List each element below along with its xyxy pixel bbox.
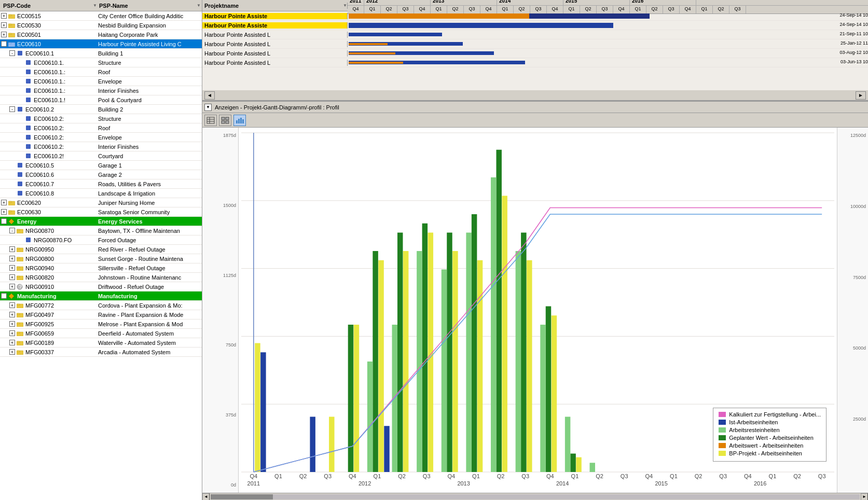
scroll-thumb-bottom [211, 494, 273, 499]
tree-row[interactable]: EC00610.1.!Pool & Courtyard [0, 95, 202, 105]
tree-row[interactable]: -EC00610Harbour Pointe Assisted Living C [0, 39, 202, 49]
chart-view-btn-2[interactable] [219, 115, 231, 126]
tree-row[interactable]: EC00610.1.:Envelope [0, 77, 202, 86]
tree-row[interactable]: +EC00620Juniper Nursing Home [0, 198, 202, 207]
tree-row[interactable]: +EC00530Nesbid Building Expansion [0, 21, 202, 30]
svg-rect-5 [8, 33, 11, 35]
tree-row[interactable]: +MFG00659Deerfield - Automated System [0, 329, 202, 338]
expand-btn[interactable]: + [1, 13, 7, 19]
scroll-left-btn[interactable]: ◄ [204, 91, 215, 100]
tree-row[interactable]: EC00610.1.:Interior Finishes [0, 86, 202, 95]
tree-row[interactable]: EC00610.2:Envelope [0, 133, 202, 142]
tree-row[interactable]: +EC00515City Center Office Building Addi… [0, 11, 202, 21]
tree-row[interactable]: +NRG00940Sillersville - Refuel Outage [0, 263, 202, 273]
svg-text:Q1: Q1 [374, 473, 381, 479]
svg-rect-99 [527, 260, 532, 472]
svg-rect-90 [452, 251, 458, 472]
svg-text:Q4: Q4 [546, 473, 554, 479]
tree-row[interactable]: +EC00630Saratoga Senior Community [0, 207, 202, 217]
svg-rect-100 [521, 232, 526, 472]
expand-btn[interactable]: + [9, 256, 15, 261]
svg-rect-1 [8, 15, 11, 16]
chart-area: 1875d1500d1125d750d375d0d Q4Q1Q2Q3Q4Q1Q2… [202, 128, 868, 493]
tree-row[interactable]: EC00610.6Garage 2 [0, 170, 202, 179]
bottom-scrollbar[interactable]: ◄ ► [202, 493, 868, 500]
tree-row[interactable]: +MFG00497Ravine - Plant Expansion & Mode [0, 310, 202, 320]
expand-btn[interactable]: - [1, 293, 7, 299]
tree-row[interactable]: EC00610.5Garage 1 [0, 161, 202, 170]
scroll-left-chart[interactable]: ◄ [202, 493, 210, 501]
task-icon [24, 152, 32, 160]
expand-btn[interactable]: + [9, 321, 15, 327]
expand-btn[interactable]: + [1, 32, 7, 37]
expand-btn[interactable]: + [9, 340, 15, 345]
expand-btn[interactable]: - [1, 218, 7, 224]
expand-btn[interactable]: - [9, 228, 15, 233]
profile-toggle-btn[interactable]: ▼ [204, 104, 212, 111]
tree-row[interactable]: +MFG00772Cordova - Plant Expansion & Mo: [0, 301, 202, 310]
expand-btn[interactable]: + [1, 200, 7, 205]
expand-btn[interactable]: - [9, 50, 15, 56]
tree-row[interactable]: -EnergyEnergy Services [0, 217, 202, 226]
tree-row[interactable]: +NRG00950Red River - Refuel Outage [0, 245, 202, 254]
legend-item: Arbeitswert - Arbeitseinheiten [719, 442, 821, 449]
expand-btn[interactable]: + [9, 246, 15, 252]
y-label-right: 5000d [839, 345, 866, 351]
tree-row[interactable]: EC00610.2:Structure [0, 114, 202, 123]
legend-color-box [719, 435, 726, 440]
expand-btn[interactable]: + [9, 302, 15, 308]
expand-btn[interactable]: + [1, 209, 7, 215]
task-icon [24, 115, 32, 122]
expand-btn[interactable]: + [9, 274, 15, 280]
chart-view-btn-1[interactable] [204, 115, 217, 126]
svg-text:Q4: Q4 [744, 473, 752, 479]
tree-row[interactable]: +MFG00925Melrose - Plant Expansion & Mod [0, 320, 202, 329]
expand-btn[interactable]: - [9, 106, 15, 112]
tree-row[interactable]: EC00610.7Roads, Utilities & Pavers [0, 179, 202, 189]
svg-rect-84 [403, 251, 408, 472]
tree-row[interactable]: +NRG00800Sunset Gorge - Routine Maintena [0, 254, 202, 263]
task-icon [24, 96, 32, 104]
tree-header: PSP-Code ▼ PSP-Name ▼ [0, 0, 202, 11]
tree-row[interactable]: NRG00870.FOForced Outage [0, 235, 202, 245]
svg-rect-31 [26, 238, 31, 242]
tree-body[interactable]: +EC00515City Center Office Building Addi… [0, 11, 202, 500]
expand-btn[interactable]: + [9, 312, 15, 317]
expand-btn[interactable]: + [9, 265, 15, 271]
task-icon [16, 162, 23, 169]
tree-col2-header: PSP-Name ▼ [97, 3, 201, 9]
expand-btn[interactable]: + [9, 330, 15, 336]
tree-row[interactable]: EC00610.2!Courtyard [0, 151, 202, 161]
tree-row[interactable]: -ManufacturingManufacturing [0, 291, 202, 301]
tree-row[interactable]: +NRG00820Johnstown - Routine Maintenanc [0, 273, 202, 282]
tree-row[interactable]: EC00610.8Landscape & Irrigation [0, 189, 202, 198]
tree-row[interactable]: -EC00610.2Building 2 [0, 105, 202, 114]
svg-rect-20 [18, 163, 22, 168]
tree-row[interactable]: EC00610.1.Structure [0, 58, 202, 67]
scroll-right-btn[interactable]: ► [856, 91, 866, 100]
gantt-row-name: Harbour Pointe Assiste [202, 13, 348, 19]
tree-row[interactable]: -NRG00870Baytown, TX - Offline Maintenan [0, 226, 202, 235]
expand-btn[interactable]: - [1, 41, 7, 47]
svg-rect-13 [26, 98, 31, 102]
tree-row[interactable]: +?NRG00910Driftwood - Refuel Outage [0, 282, 202, 291]
tree-row[interactable]: +MFG00337Arcadia - Automated System [0, 348, 202, 357]
svg-rect-75 [260, 352, 266, 472]
chart-view-btn-3[interactable] [233, 115, 246, 126]
tree-row[interactable]: +MFG00189Waterville - Automated System [0, 338, 202, 348]
expand-btn[interactable]: + [9, 349, 15, 355]
scroll-right-chart[interactable]: ► [861, 493, 868, 501]
gantt-row: Harbour Pointe Assiste24-Sep-14 10 [202, 21, 868, 30]
svg-rect-89 [417, 251, 422, 472]
expand-btn[interactable]: + [9, 284, 15, 289]
tree-row[interactable]: EC00610.1.:Roof [0, 67, 202, 77]
tree-row[interactable]: EC00610.2:Roof [0, 123, 202, 133]
scroll-track-bottom[interactable] [211, 494, 860, 499]
tree-name-col: Forced Outage [96, 237, 202, 243]
tree-row[interactable]: EC00610.2:Interior Finishes [0, 142, 202, 151]
tree-row[interactable]: +EC00501Haitang Corporate Park [0, 30, 202, 39]
expand-btn[interactable]: + [1, 22, 7, 28]
tree-row[interactable]: -EC00610.1Building 1 [0, 49, 202, 58]
svg-marker-42 [9, 294, 14, 299]
svg-rect-76 [310, 416, 315, 472]
